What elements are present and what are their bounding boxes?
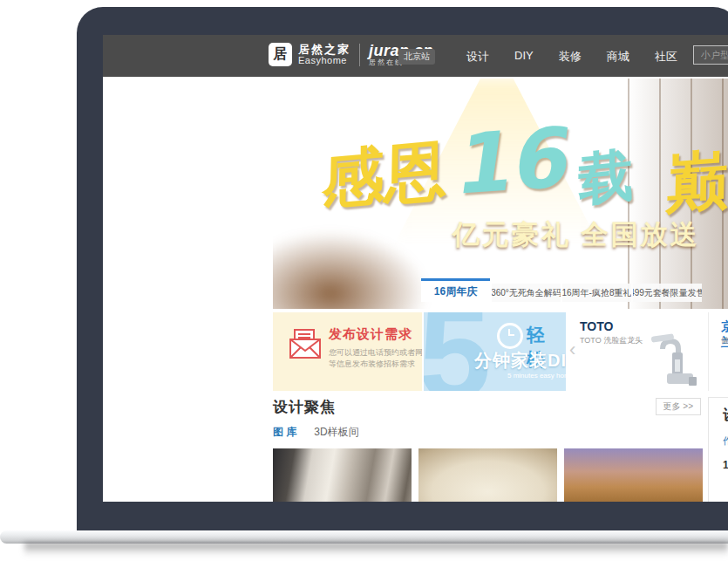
gallery-thumbnail-hallway[interactable] (418, 448, 557, 502)
tab-3d-rooms[interactable]: 3D样板间 (314, 425, 358, 440)
clock-icon (497, 323, 523, 349)
logo-divider (359, 44, 360, 66)
more-button[interactable]: 更多 >> (656, 398, 701, 415)
stage: { "header": { "logo_icon": "居", "logo_cn… (0, 0, 728, 561)
design-focus-tabs: 图 库 3D样板间 (273, 425, 703, 440)
site-header: 居 居然之家 Easyhome juran.cn 居然在线 北京站 设计 DIY (103, 35, 728, 77)
design-focus-title: 设计聚焦 (273, 399, 336, 415)
logo-en-text: Easyhome (298, 56, 350, 65)
toto-card[interactable]: ‹ TOTO TOTO 洗脸盆龙头 (568, 312, 704, 391)
side-column-title: 设 (723, 407, 728, 425)
headline-part1: 感恩 (322, 138, 448, 212)
logo-text-block: 居然之家 Easyhome (298, 44, 350, 65)
main-nav: 设计 DIY 装修 商城 社区 (466, 49, 677, 65)
banner-tab-anniversary[interactable]: 16周年庆 (421, 278, 490, 302)
diy-title: 分钟家装DIY (474, 349, 566, 373)
tab-gallery[interactable]: 图 库 (273, 425, 296, 440)
diy-subtitle: 5 minutes easy home DIY (507, 372, 566, 380)
banner-tab-gifts[interactable]: 16周年-疯抢8重礼 (562, 284, 631, 302)
logo-cn-text: 居然之家 (298, 44, 350, 55)
jinglan-card[interactable]: 京兰 健康 (709, 312, 728, 391)
faucet-image (634, 333, 698, 387)
envelope-icon (288, 327, 323, 360)
laptop-screen: 居 居然之家 Easyhome juran.cn 居然在线 北京站 设计 DIY (103, 35, 728, 502)
headline-part4: 巅峰盛典 (664, 134, 728, 215)
banner-tab-package[interactable]: 499元套餐限量发售 (633, 284, 702, 302)
design-focus-section: 设计聚焦 更多 >> 图 库 3D样板间 (273, 397, 703, 502)
laptop-bezel: 居 居然之家 Easyhome juran.cn 居然在线 北京站 设计 DIY (77, 7, 728, 530)
design-request-line1: 您可以通过电话预约或者网页 (329, 347, 422, 359)
laptop-base (0, 530, 728, 544)
banner-tabs: 16周年庆 360°无死角全解码 16周年-疯抢8重礼 499元套餐限量发售 (421, 278, 704, 302)
side-column-tab-works[interactable]: 作品 (723, 434, 728, 448)
jinglan-subtitle: 健康 (721, 335, 728, 346)
banner-tab-360[interactable]: 360°无死角全解码 (492, 284, 561, 302)
nav-item-mall[interactable]: 商城 (607, 49, 629, 65)
city-badge[interactable]: 北京站 (398, 49, 435, 65)
nav-item-community[interactable]: 社区 (655, 49, 677, 65)
gallery-thumbnail-house-exterior[interactable] (564, 448, 703, 502)
side-column-rank-1: 1 (723, 459, 728, 471)
gallery-thumbnail-frames-wall[interactable] (273, 448, 412, 502)
nav-item-design[interactable]: 设计 (466, 49, 489, 65)
chevron-left-icon[interactable]: ‹ (569, 340, 575, 359)
laptop-shadow (24, 543, 728, 557)
nav-item-renovation[interactable]: 装修 (559, 49, 582, 65)
side-column-card: 设 作品 1 (708, 397, 728, 502)
toto-brand: TOTO (580, 319, 613, 333)
hero-banner[interactable]: 感恩 16 载 巅峰盛典 亿元豪礼 全国放送 16周年庆 360°无死角全解码 … (273, 79, 728, 309)
search-box (693, 45, 728, 65)
design-request-title: 发布设计需求 (329, 326, 412, 343)
diy-card[interactable]: 5 轻松 分钟家装DIY 5 minutes easy home DIY (424, 312, 566, 391)
gallery-thumbnails (273, 448, 703, 502)
promo-row: 发布设计需求 您可以通过电话预约或者网页 等信息发布装修招标需求 5 轻松 分钟… (273, 312, 728, 391)
nav-item-diy[interactable]: DIY (514, 49, 534, 65)
banner-headline: 感恩 16 载 巅峰盛典 (322, 127, 728, 209)
design-focus-header: 设计聚焦 更多 >> (273, 397, 703, 420)
banner-subtitle: 亿元豪礼 全国放送 (452, 216, 700, 253)
headline-part3: 载 (578, 146, 634, 208)
design-request-line2: 等信息发布装修招标需求 (329, 359, 415, 370)
headline-part2: 16 (452, 116, 577, 207)
easyhome-logo-icon: 居 (269, 43, 292, 66)
search-input[interactable] (694, 46, 728, 64)
design-request-card[interactable]: 发布设计需求 您可以通过电话预约或者网页 等信息发布装修招标需求 (273, 312, 422, 391)
